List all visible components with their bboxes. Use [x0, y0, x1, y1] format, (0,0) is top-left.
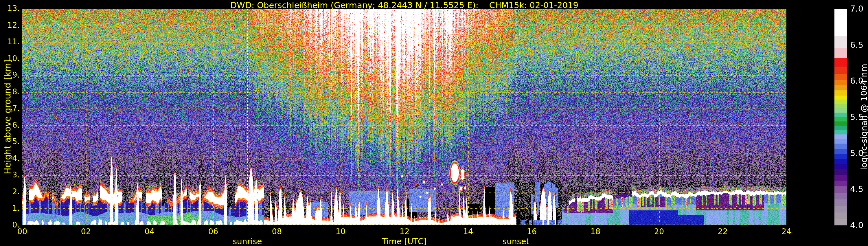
y-tick-label: 4.: [0, 154, 20, 162]
y-tick-label: 12.: [0, 21, 20, 29]
sunset-label: sunset: [484, 237, 548, 246]
colorbar-tick-label: 7.0: [850, 4, 863, 13]
y-tick-label: 1.: [0, 204, 20, 212]
page-title: DWD: Oberschleißheim (Germany; 48.2443 N…: [22, 0, 786, 10]
x-tick-label: 16: [519, 227, 545, 236]
x-tick-label: 12: [392, 227, 417, 236]
y-tick-label: 13.: [0, 4, 20, 12]
x-tick-label: 22: [710, 227, 736, 236]
x-tick-label: 10: [328, 227, 353, 236]
colorbar-tick-label: 4.5: [850, 185, 863, 193]
y-tick-label: 11.: [0, 38, 20, 46]
x-tick-label: 00: [9, 227, 35, 236]
y-tick-label: 7.: [0, 104, 20, 112]
x-tick-label: 06: [200, 227, 226, 236]
x-tick-label: 02: [73, 227, 99, 236]
y-tick-label: 8.: [0, 88, 20, 96]
y-tick-label: 2.: [0, 188, 20, 196]
x-tick-label: 04: [136, 227, 163, 236]
x-tick-label: 14: [455, 227, 481, 236]
x-tick-label: 18: [582, 227, 609, 236]
y-tick-label: 6.: [0, 121, 20, 129]
colorbar-title: log(rc-signal) @ 1064 nm: [859, 64, 868, 170]
x-tick-label: 24: [773, 227, 799, 236]
colorbar-tick-label: 6.5: [850, 40, 863, 49]
y-tick-label: 9.: [0, 71, 20, 79]
x-axis-label: Time [UTC]: [372, 237, 436, 246]
sunrise-label: sunrise: [216, 237, 279, 246]
x-tick-label: 08: [264, 227, 290, 236]
ceilometer-quicklook: DWD: Oberschleißheim (Germany; 48.2443 N…: [0, 0, 868, 246]
y-tick-label: 5.: [0, 137, 20, 146]
colorbar-tick-label: 4.0: [850, 221, 863, 229]
y-tick-label: 3.: [0, 171, 20, 179]
ceilometer-heatmap-canvas: [0, 0, 868, 246]
y-tick-label: 10.: [0, 54, 20, 63]
x-tick-label: 20: [646, 227, 672, 236]
